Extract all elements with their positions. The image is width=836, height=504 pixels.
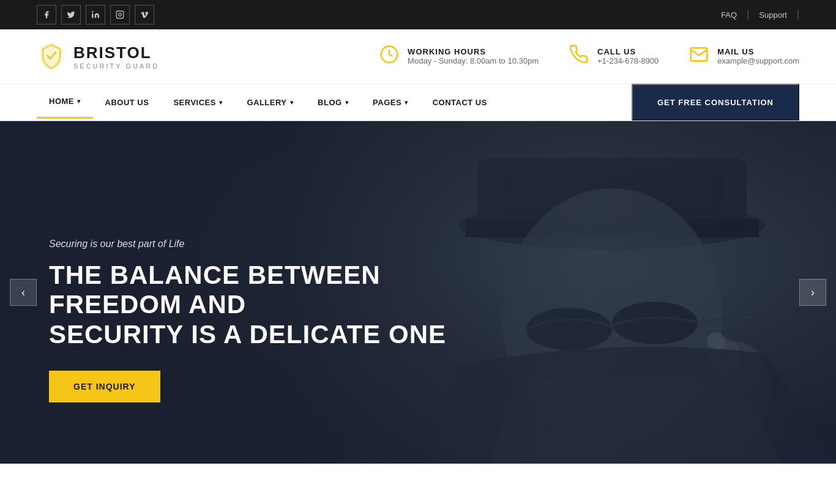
logo[interactable]: BRISTOL SECURITY GUARD [37, 42, 159, 71]
site-header: BRISTOL SECURITY GUARD WORKING HOURS Mod… [0, 29, 836, 84]
mail-us-info: MAIL US example@support.com [689, 45, 799, 69]
mail-us-email: example@support.com [717, 56, 799, 65]
working-hours-value: Moday - Sunday: 8.00am to 10.30pm [408, 56, 539, 65]
nav-about[interactable]: ABOUT US [93, 87, 162, 118]
top-divider-2: | [797, 9, 799, 20]
get-free-consultation-button[interactable]: GET FREE CONSULTATION [632, 84, 799, 120]
working-hours-info: WORKING HOURS Moday - Sunday: 8.00am to … [379, 45, 539, 69]
linkedin-icon[interactable] [86, 5, 105, 24]
instagram-icon[interactable] [110, 5, 130, 24]
faq-link[interactable]: FAQ [721, 10, 737, 20]
mail-icon [689, 45, 709, 69]
get-inquiry-button[interactable]: GET INQUIRY [49, 371, 160, 402]
phone-icon [569, 45, 589, 69]
vimeo-icon[interactable] [135, 5, 154, 24]
top-right-links: FAQ | Support | [721, 9, 799, 20]
twitter-icon[interactable] [61, 5, 81, 24]
logo-shield-icon [37, 42, 66, 71]
top-bar: FAQ | Support | [0, 0, 836, 29]
pages-dropdown-icon: ▾ [405, 99, 408, 106]
nav-services[interactable]: SERVICES ▾ [161, 87, 234, 118]
facebook-icon[interactable] [37, 5, 56, 24]
social-icons [37, 5, 154, 24]
nav-home[interactable]: HOME ▾ [37, 86, 93, 119]
top-divider-1: | [747, 9, 749, 20]
nav-blog[interactable]: BLOG ▾ [305, 87, 360, 118]
logo-tagline: SECURITY GUARD [73, 62, 159, 70]
nav-contact[interactable]: CONTACT US [420, 87, 499, 118]
nav-pages[interactable]: PAGES ▾ [360, 87, 420, 118]
call-us-label: CALL US [597, 47, 659, 56]
clock-icon [379, 45, 399, 69]
header-info-area: WORKING HOURS Moday - Sunday: 8.00am to … [379, 45, 799, 69]
hero-content: Securing is our best part of Life THE BA… [49, 239, 477, 402]
hero-title: THE BALANCE BETWEEN FREEDOM AND SECURITY… [49, 261, 477, 349]
hero-subtitle: Securing is our best part of Life [49, 239, 477, 250]
nav-gallery[interactable]: GALLERY ▾ [234, 87, 305, 118]
working-hours-label: WORKING HOURS [408, 47, 539, 56]
logo-brand-name: BRISTOL [73, 43, 159, 62]
mail-us-label: MAIL US [717, 47, 799, 56]
carousel-prev-button[interactable]: ‹ [10, 279, 37, 306]
call-us-info: CALL US +1-234-678-8900 [569, 45, 659, 69]
support-link[interactable]: Support [759, 10, 787, 20]
blog-dropdown-icon: ▾ [345, 99, 349, 106]
logo-text: BRISTOL SECURITY GUARD [73, 43, 159, 70]
hero-section: Securing is our best part of Life THE BA… [0, 121, 836, 464]
services-dropdown-icon: ▾ [219, 99, 223, 106]
svg-rect-1 [116, 11, 124, 18]
nav-links: HOME ▾ ABOUT US SERVICES ▾ GALLERY ▾ BLO… [37, 86, 632, 119]
home-dropdown-icon: ▾ [77, 98, 81, 105]
gallery-dropdown-icon: ▾ [290, 99, 294, 106]
svg-point-0 [92, 11, 93, 12]
carousel-next-button[interactable]: › [799, 279, 826, 306]
call-us-phone: +1-234-678-8900 [597, 56, 659, 65]
main-navigation: HOME ▾ ABOUT US SERVICES ▾ GALLERY ▾ BLO… [0, 84, 836, 121]
